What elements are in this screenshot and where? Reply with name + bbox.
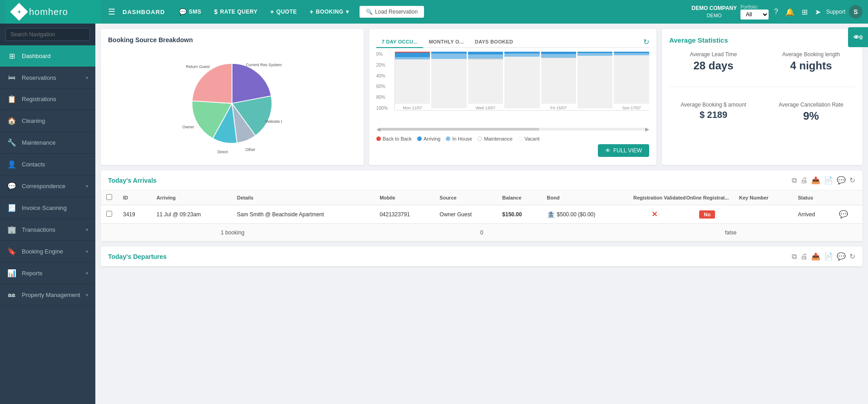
fab-count: 0 — [859, 34, 863, 41]
booking-button[interactable]: + BOOKING ▾ — [308, 5, 350, 18]
pie-label-2: Other — [246, 147, 256, 152]
bar-group-3 — [504, 52, 539, 110]
bar-group-1 — [431, 52, 466, 110]
sidebar-item-transactions[interactable]: 🏢 Transactions ▾ — [0, 219, 95, 241]
booking-amount-label: Average Booking $ amount — [669, 102, 758, 108]
arrow-icon[interactable]: ➤ — [813, 6, 823, 18]
col-balance: Balance — [497, 190, 541, 205]
legend-item-2: In House — [446, 136, 472, 141]
portfolio-area: Portfolio: All — [740, 5, 769, 19]
sidebar-arrow-property-management: ▾ — [86, 292, 88, 297]
legend-label-1: Arriving — [424, 136, 440, 141]
sidebar-label-dashboard: Dashboard — [22, 53, 88, 59]
sidebar-label-reservations: Reservations — [22, 74, 80, 81]
arrivals-table-head: ID Arriving Details Mobile Source Balanc… — [101, 190, 863, 205]
sidebar-item-cleaning[interactable]: 🏠 Cleaning — [0, 110, 95, 132]
sms-label: SMS — [189, 9, 202, 15]
booking-length-value: 4 nights — [767, 59, 855, 72]
sidebar-arrow-booking-engine: ▾ — [86, 249, 88, 254]
row-chat-icon[interactable]: 💬 — [839, 210, 848, 218]
tab-monthly[interactable]: MONTHLY O... — [423, 36, 469, 48]
bar-stack-3 — [504, 52, 539, 108]
departures-header: Today's Departures ⧉ 🖨 📤 📄 💬 ↻ — [101, 247, 863, 267]
dashboard-row-1: Booking Source Breakdown Current Res Sys… — [101, 29, 863, 165]
nav-right: DEMO COMPANY DEMO Portfolio: All ? 🔔 ⊞ ➤… — [691, 5, 863, 19]
bar-seg-vacant-1 — [431, 59, 466, 108]
sidebar-item-reports[interactable]: 📊 Reports ▾ — [0, 263, 95, 284]
tab-7day[interactable]: 7 DAY OCCU... — [376, 36, 424, 48]
select-all-checkbox[interactable] — [106, 194, 112, 200]
pie-label-0: Current Res System — [246, 63, 282, 67]
sidebar-icon-maintenance: 🔧 — [7, 138, 16, 147]
departures-title: Today's Departures — [108, 253, 792, 260]
dep-print-icon[interactable]: 🖨 — [800, 253, 808, 261]
row-mobile: 0421323791 — [374, 205, 434, 224]
stats-card: Average Statistics Average Lead Time 28 … — [662, 29, 863, 165]
dep-chat-icon[interactable]: 💬 — [837, 252, 846, 261]
load-reservation-button[interactable]: 🔍 Load Reservation — [360, 6, 424, 18]
refresh-icon[interactable]: ↻ — [643, 38, 649, 46]
legend-dot-2 — [446, 136, 450, 141]
bar-seg-in_house-2 — [468, 54, 503, 58]
portfolio-select[interactable]: All — [740, 10, 769, 19]
quote-button[interactable]: + QUOTE — [268, 5, 299, 18]
sidebar-item-booking-engine[interactable]: 🔖 Booking Engine ▾ — [0, 241, 95, 263]
sidebar-nav: ⊞ Dashboard 🛏 Reservations ▾ 📋 Registrat… — [0, 45, 95, 306]
col-online-reg: Online Registrat... — [681, 190, 734, 205]
print-icon[interactable]: 🖨 — [800, 176, 808, 185]
sms-button[interactable]: 💬 SMS — [177, 5, 203, 18]
dollar-icon: $ — [214, 8, 218, 15]
dep-export-icon[interactable]: 📤 — [811, 252, 820, 261]
main-content: Booking Source Breakdown Current Res Sys… — [95, 24, 868, 404]
row-checkbox[interactable] — [106, 211, 112, 217]
sidebar-arrow-reservations: ▾ — [86, 75, 88, 80]
quote-label: QUOTE — [276, 9, 297, 15]
sidebar-item-maintenance[interactable]: 🔧 Maintenance — [0, 132, 95, 154]
bar-seg-vacant-6 — [614, 55, 649, 104]
dep-screen-icon[interactable]: ⧉ — [792, 253, 797, 261]
refresh-arrivals-icon[interactable]: ↻ — [849, 176, 855, 185]
sidebar-search-input[interactable] — [5, 28, 90, 41]
scroll-left-icon[interactable]: ◀ — [376, 126, 380, 132]
plus-icon: + — [270, 8, 274, 15]
help-icon[interactable]: ? — [772, 6, 780, 18]
stat-divider — [669, 87, 855, 87]
sidebar-item-reservations[interactable]: 🛏 Reservations ▾ — [0, 67, 95, 88]
sidebar-item-correspondence[interactable]: 💬 Correspondence ▾ — [0, 175, 95, 197]
y-label-0: 0% — [376, 52, 392, 57]
csv-icon[interactable]: 📄 — [824, 176, 833, 185]
avatar[interactable]: S — [849, 5, 863, 19]
full-view-button[interactable]: 👁 FULL VIEW — [598, 144, 649, 157]
sidebar-item-registrations[interactable]: 📋 Registrations — [0, 88, 95, 110]
chat-icon[interactable]: 💬 — [837, 176, 846, 185]
sidebar-item-invoice-scanning[interactable]: 🧾 Invoice Scanning — [0, 197, 95, 219]
dep-refresh-icon[interactable]: ↻ — [849, 252, 855, 261]
sidebar-item-property-management[interactable]: 🏘 Property Management ▾ — [0, 284, 95, 306]
arrivals-table: ID Arriving Details Mobile Source Balanc… — [101, 190, 863, 224]
y-label-80: 80% — [376, 95, 392, 100]
pie-chart-container: Current Res SystemWebsite DirectOtherDir… — [108, 49, 356, 158]
full-view-area: 👁 FULL VIEW — [376, 141, 649, 157]
notification-icon[interactable]: 🔔 — [784, 6, 796, 18]
bar-group-6: Sun 17/07 — [614, 52, 649, 110]
support-button[interactable]: Support — [826, 9, 845, 15]
tab-days-booked[interactable]: DAYS BOOKED — [469, 36, 518, 48]
arrivals-title: Today's Arrivals — [108, 177, 792, 184]
export-icon[interactable]: 📤 — [811, 176, 820, 185]
lead-time-label: Average Lead Time — [669, 51, 758, 58]
sidebar-item-dashboard[interactable]: ⊞ Dashboard — [0, 45, 95, 67]
scroll-right-icon[interactable]: ▶ — [645, 126, 649, 132]
bar-seg-in_house-3 — [504, 54, 539, 57]
logo-diamond: ✦ — [10, 3, 28, 21]
fab-button[interactable]: 👁 0 — [848, 27, 868, 47]
menu-icon[interactable]: ☰ — [108, 7, 115, 17]
legend-item-1: Arriving — [417, 136, 440, 141]
grid-icon[interactable]: ⊞ — [800, 6, 809, 18]
scroll-bar: ◀ ▶ — [376, 126, 649, 132]
screen-icon[interactable]: ⧉ — [792, 176, 797, 185]
rate-query-button[interactable]: $ RATE QUERY — [212, 5, 260, 18]
y-label-60: 60% — [376, 84, 392, 89]
sidebar-item-contacts[interactable]: 👤 Contacts — [0, 154, 95, 175]
dep-csv-icon[interactable]: 📄 — [824, 252, 833, 261]
col-mobile: Mobile — [374, 190, 434, 205]
